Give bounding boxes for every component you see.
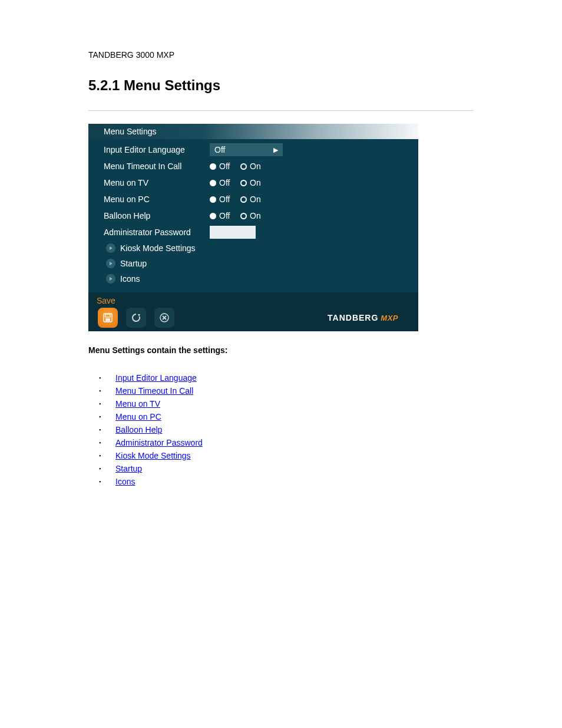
- select-input-editor-language[interactable]: Off ▶: [210, 143, 283, 156]
- link-balloon-help[interactable]: Balloon Help: [115, 425, 162, 434]
- floppy-icon: [103, 312, 113, 323]
- arrow-circle-icon: [106, 274, 115, 284]
- section-rule: [88, 110, 474, 111]
- save-label: Save: [94, 295, 412, 307]
- row-balloon-help: Balloon Help Off On: [104, 207, 403, 224]
- chevron-right-icon: ▶: [273, 146, 278, 154]
- link-kiosk-mode-settings[interactable]: Kiosk Mode Settings: [115, 451, 191, 460]
- list-item: Menu on PC: [99, 410, 474, 423]
- label-menu-timeout: Menu Timeout In Call: [104, 162, 210, 171]
- radio-menu-pc-on[interactable]: On: [240, 195, 271, 204]
- link-startup[interactable]: Startup: [115, 464, 142, 473]
- radio-dot-icon: [210, 196, 216, 203]
- subitem-label: Kiosk Mode Settings: [120, 243, 196, 253]
- radio-balloon-on[interactable]: On: [240, 211, 271, 220]
- list-item: Input Editor Language: [99, 371, 474, 384]
- radio-menu-timeout-off[interactable]: Off: [210, 162, 240, 171]
- save-button[interactable]: [98, 308, 118, 328]
- list-item: Administrator Password: [99, 436, 474, 449]
- radio-dot-icon: [240, 163, 247, 170]
- label-menu-on-tv: Menu on TV: [104, 178, 210, 187]
- radio-label: On: [250, 195, 261, 204]
- panel-footer: Save: [88, 292, 418, 331]
- radio-menu-timeout-on[interactable]: On: [240, 162, 271, 171]
- label-menu-on-pc: Menu on PC: [104, 195, 210, 204]
- svg-marker-0: [110, 246, 113, 250]
- link-menu-timeout[interactable]: Menu Timeout In Call: [115, 386, 193, 396]
- administrator-password-field[interactable]: [210, 226, 256, 239]
- radio-label: Off: [219, 178, 230, 187]
- list-item: Balloon Help: [99, 423, 474, 436]
- link-input-editor-language[interactable]: Input Editor Language: [115, 373, 197, 383]
- radio-dot-icon: [210, 180, 216, 186]
- radio-dot-icon: [210, 213, 216, 219]
- document-title: TANDBERG 3000 MXP: [88, 50, 474, 60]
- radio-dot-icon: [210, 163, 216, 170]
- close-button[interactable]: [154, 308, 174, 328]
- brand-name: TANDBERG: [328, 313, 378, 322]
- link-menu-on-pc[interactable]: Menu on PC: [115, 412, 161, 421]
- svg-rect-5: [105, 318, 110, 321]
- radio-label: Off: [219, 195, 230, 204]
- list-item: Startup: [99, 462, 474, 475]
- links-list: Input Editor Language Menu Timeout In Ca…: [99, 371, 474, 488]
- row-menu-timeout: Menu Timeout In Call Off On: [104, 158, 403, 174]
- radio-label: On: [250, 211, 261, 220]
- link-menu-on-tv[interactable]: Menu on TV: [115, 399, 160, 409]
- arrow-circle-icon: [106, 259, 115, 268]
- row-menu-on-tv: Menu on TV Off On: [104, 174, 403, 191]
- list-item: Icons: [99, 475, 474, 488]
- menu-settings-panel: Menu Settings Input Editor Language Off …: [88, 124, 418, 331]
- radio-label: Off: [219, 211, 230, 220]
- arrow-circle-icon: [106, 243, 115, 253]
- radio-menu-tv-on[interactable]: On: [240, 178, 271, 187]
- list-item: Menu Timeout In Call: [99, 384, 474, 397]
- subitem-label: Icons: [120, 274, 140, 284]
- radio-dot-icon: [240, 196, 247, 203]
- links-subtitle: Menu Settings contain the settings:: [88, 345, 474, 355]
- subitem-startup[interactable]: Startup: [104, 256, 403, 271]
- subitem-icons[interactable]: Icons: [104, 271, 403, 286]
- radio-menu-pc-off[interactable]: Off: [210, 195, 240, 204]
- panel-body: Input Editor Language Off ▶ Menu Timeout…: [88, 139, 418, 292]
- svg-rect-4: [105, 314, 110, 317]
- row-input-editor-language: Input Editor Language Off ▶: [104, 141, 403, 158]
- radio-balloon-off[interactable]: Off: [210, 211, 240, 220]
- panel-title: Menu Settings: [88, 124, 418, 139]
- svg-marker-6: [138, 314, 140, 317]
- label-administrator-password: Administrator Password: [104, 228, 210, 237]
- brand-suffix: MXP: [381, 314, 398, 322]
- subitem-kiosk-mode[interactable]: Kiosk Mode Settings: [104, 241, 403, 256]
- radio-dot-icon: [240, 213, 247, 219]
- link-icons[interactable]: Icons: [115, 477, 135, 486]
- link-administrator-password[interactable]: Administrator Password: [115, 438, 203, 447]
- radio-menu-tv-off[interactable]: Off: [210, 178, 240, 187]
- label-input-editor-language: Input Editor Language: [104, 145, 210, 154]
- refresh-button[interactable]: [126, 308, 146, 328]
- brand-logo: TANDBERG MXP: [328, 313, 409, 322]
- list-item: Kiosk Mode Settings: [99, 449, 474, 462]
- row-menu-on-pc: Menu on PC Off On: [104, 191, 403, 207]
- radio-dot-icon: [240, 180, 247, 186]
- radio-label: Off: [219, 162, 230, 171]
- close-icon: [159, 312, 170, 323]
- svg-marker-2: [110, 277, 113, 281]
- svg-marker-1: [110, 262, 113, 265]
- radio-label: On: [250, 162, 261, 171]
- section-heading: 5.2.1 Menu Settings: [88, 77, 474, 94]
- row-administrator-password: Administrator Password: [104, 224, 403, 241]
- refresh-icon: [130, 312, 142, 324]
- label-balloon-help: Balloon Help: [104, 211, 210, 220]
- subitem-label: Startup: [120, 259, 147, 268]
- select-value: Off: [214, 145, 225, 154]
- list-item: Menu on TV: [99, 397, 474, 410]
- radio-label: On: [250, 178, 261, 187]
